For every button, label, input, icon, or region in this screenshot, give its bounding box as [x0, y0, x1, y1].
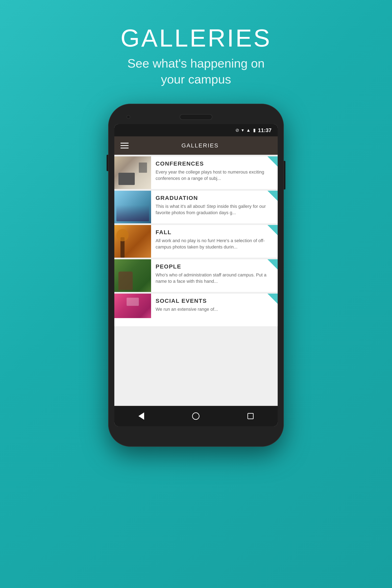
- speaker: [180, 114, 212, 120]
- volume-button: [106, 155, 108, 171]
- page-header: GALLERIES See what's happening onyour ca…: [108, 24, 284, 88]
- item-corner-graduation: [268, 191, 278, 201]
- item-content-graduation: GRADUATION This is what it's all about! …: [151, 191, 278, 223]
- front-camera: [126, 115, 130, 119]
- gallery-item-conferences[interactable]: CONFERENCES Every year the college plays…: [114, 156, 278, 189]
- fall-image: [114, 225, 151, 258]
- hamburger-line-2: [120, 145, 128, 146]
- people-image: [114, 259, 151, 292]
- item-content-fall: FALL All work and no play is no fun! Her…: [151, 225, 278, 258]
- status-bar: ⊘ ▾ ▲ ▮ 11:37: [114, 124, 278, 136]
- graduation-image: [114, 191, 151, 223]
- status-icons: ⊘ ▾ ▲ ▮ 11:37: [236, 127, 272, 134]
- item-desc-social: We run an extensive range of...: [156, 306, 274, 312]
- home-button[interactable]: [192, 412, 200, 420]
- recent-button[interactable]: [248, 413, 254, 419]
- item-title-graduation: GRADUATION: [156, 195, 274, 201]
- item-title-people: PEOPLE: [156, 264, 274, 270]
- item-desc-conferences: Every year the college plays host to num…: [156, 169, 274, 182]
- item-desc-fall: All work and no play is no fun! Here's a…: [156, 238, 274, 250]
- phone-navigation: [114, 406, 278, 426]
- app-bar: GALLERIES: [114, 136, 278, 155]
- phone-top-bar: [114, 110, 278, 124]
- item-content-people: PEOPLE Who's who of administration staff…: [151, 259, 278, 292]
- gallery-item-fall[interactable]: FALL All work and no play is no fun! Her…: [114, 225, 278, 258]
- sensor: [262, 115, 266, 119]
- recent-icon: [248, 413, 254, 419]
- page-title: GALLERIES: [108, 24, 284, 52]
- power-button: [284, 161, 286, 190]
- battery-icon: ▮: [253, 128, 256, 133]
- item-corner-social: [268, 294, 278, 304]
- item-image-conferences: [114, 156, 151, 189]
- gallery-list: CONFERENCES Every year the college plays…: [114, 155, 278, 406]
- conferences-image: [114, 156, 151, 189]
- item-content-conferences: CONFERENCES Every year the college plays…: [151, 156, 278, 189]
- item-content-social: SOCIAL EVENTS We run an extensive range …: [151, 294, 278, 326]
- social-image: [114, 294, 151, 318]
- hamburger-line-1: [120, 143, 128, 144]
- item-image-people: [114, 259, 151, 292]
- item-image-graduation: [114, 191, 151, 223]
- app-bar-title: GALLERIES: [128, 142, 272, 149]
- item-desc-people: Who's who of administration staff around…: [156, 272, 274, 284]
- signal-icon: ▲: [246, 128, 251, 133]
- status-time: 11:37: [258, 127, 272, 134]
- item-corner-people: [268, 259, 278, 270]
- back-button[interactable]: [138, 412, 144, 420]
- item-image-fall: [114, 225, 151, 258]
- wifi-icon: ▾: [242, 128, 244, 133]
- phone-screen: ⊘ ▾ ▲ ▮ 11:37 GALLERIES: [114, 124, 278, 426]
- gallery-item-social-events[interactable]: SOCIAL EVENTS We run an extensive range …: [114, 294, 278, 326]
- item-corner-conferences: [268, 156, 278, 166]
- hamburger-line-3: [120, 148, 128, 148]
- page-background: GALLERIES See what's happening onyour ca…: [108, 0, 284, 447]
- home-icon: [192, 412, 200, 420]
- item-corner-fall: [268, 225, 278, 235]
- blocked-icon: ⊘: [236, 128, 239, 133]
- back-icon: [138, 412, 144, 420]
- item-image-social: [114, 294, 151, 326]
- page-subtitle: See what's happening onyour campus: [108, 56, 284, 88]
- gallery-item-graduation[interactable]: GRADUATION This is what it's all about! …: [114, 191, 278, 223]
- item-title-social: SOCIAL EVENTS: [156, 298, 274, 304]
- item-title-fall: FALL: [156, 229, 274, 236]
- item-title-conferences: CONFERENCES: [156, 160, 274, 167]
- item-desc-graduation: This is what it's all about! Step inside…: [156, 203, 274, 216]
- phone-frame: ⊘ ▾ ▲ ▮ 11:37 GALLERIES: [108, 104, 284, 447]
- hamburger-menu-button[interactable]: [120, 143, 128, 148]
- gallery-item-people[interactable]: PEOPLE Who's who of administration staff…: [114, 259, 278, 292]
